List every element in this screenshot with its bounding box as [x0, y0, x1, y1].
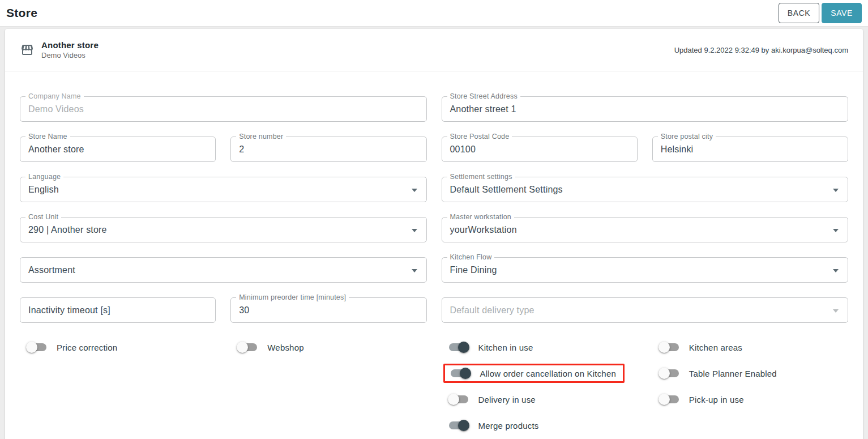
kitchen-areas-toggle-group: Kitchen areas — [652, 342, 848, 353]
chevron-down-icon — [833, 229, 839, 232]
cost-unit-value: 290 | Another store — [28, 225, 107, 235]
inactivity-timeout-placeholder: Inactivity timeout [s] — [28, 305, 110, 316]
webshop-toggle-group: Webshop — [230, 342, 426, 353]
allow-order-cancellation-label: Allow order cancellation on Kitchen — [480, 369, 616, 378]
assortment-select[interactable]: Assortment — [20, 257, 427, 283]
language-label: Language — [25, 173, 63, 181]
pickup-in-use-toggle[interactable] — [660, 394, 681, 405]
chevron-down-icon — [412, 269, 417, 272]
pickup-in-use-toggle-group: Pick-up in use — [652, 394, 848, 405]
chevron-down-icon — [412, 229, 417, 232]
store-name-label: Store Name — [25, 133, 70, 140]
master-workstation-label: Master workstation — [447, 213, 515, 221]
allow-order-cancellation-toggle-group: Allow order cancellation on Kitchen — [443, 364, 625, 383]
merge-products-toggle[interactable] — [449, 420, 470, 431]
store-card-header: Another store Demo Videos Updated 9.2.20… — [5, 29, 863, 71]
store-postal-city-label: Store postal city — [658, 133, 716, 140]
webshop-toggle[interactable] — [238, 342, 259, 353]
store-street-address-value: Another street 1 — [450, 104, 516, 114]
store-postal-code-label: Store Postal Code — [447, 133, 512, 140]
language-value: English — [28, 185, 59, 195]
price-correction-label: Price correction — [57, 343, 117, 352]
default-delivery-type-placeholder: Default delivery type — [450, 305, 535, 316]
assortment-placeholder: Assortment — [28, 265, 75, 275]
kitchen-flow-select[interactable]: Kitchen Flow Fine Dining — [442, 257, 849, 283]
pickup-in-use-label: Pick-up in use — [689, 395, 744, 404]
webshop-label: Webshop — [267, 343, 304, 352]
kitchen-flow-value: Fine Dining — [450, 265, 497, 275]
table-planner-toggle[interactable] — [660, 368, 681, 379]
chevron-down-icon — [412, 189, 417, 192]
master-workstation-value: yourWorkstation — [450, 225, 517, 235]
store-postal-city-field[interactable]: Store postal city Helsinki — [652, 137, 848, 162]
store-postal-code-value: 00100 — [450, 144, 476, 155]
store-name-value: Another store — [28, 144, 84, 155]
cost-unit-label: Cost Unit — [25, 213, 61, 221]
price-correction-toggle[interactable] — [27, 342, 48, 353]
store-street-address-field[interactable]: Store Street Address Another street 1 — [442, 96, 849, 122]
store-street-address-label: Store Street Address — [447, 92, 520, 100]
delivery-in-use-toggle-group: Delivery in use — [442, 394, 638, 405]
store-postal-city-value: Helsinki — [661, 144, 694, 155]
store-name: Another store — [41, 40, 99, 50]
allow-order-cancellation-toggle[interactable] — [451, 368, 472, 379]
store-form: Company Name Demo Videos Store Street Ad… — [5, 71, 863, 323]
default-delivery-type-select: Default delivery type — [442, 297, 849, 323]
table-planner-toggle-group: Table Planner Enabled — [652, 368, 848, 379]
min-preorder-time-field[interactable]: Minimum preorder time [minutes] 30 — [230, 297, 426, 323]
kitchen-areas-label: Kitchen areas — [689, 343, 742, 352]
settlement-settings-select[interactable]: Settlement settings Default Settlement S… — [442, 177, 849, 202]
merge-products-toggle-group: Merge products — [442, 420, 638, 431]
company-name-value: Demo Videos — [28, 104, 84, 114]
back-button[interactable]: BACK — [779, 3, 820, 23]
kitchen-areas-toggle[interactable] — [660, 342, 681, 353]
chevron-down-icon — [833, 189, 839, 192]
store-name-field[interactable]: Store Name Another store — [20, 137, 216, 162]
storefront-icon — [20, 43, 34, 57]
merge-products-label: Merge products — [478, 421, 539, 431]
store-titles: Another store Demo Videos — [41, 40, 99, 59]
kitchen-flow-label: Kitchen Flow — [447, 253, 495, 261]
company-name-field: Company Name Demo Videos — [20, 96, 427, 122]
master-workstation-select[interactable]: Master workstation yourWorkstation — [442, 217, 849, 242]
min-preorder-time-label: Minimum preorder time [minutes] — [236, 293, 349, 301]
topbar: Store BACK SAVE — [0, 0, 868, 27]
min-preorder-time-value: 30 — [239, 305, 249, 316]
topbar-actions: BACK SAVE — [779, 3, 862, 23]
kitchen-in-use-toggle[interactable] — [449, 342, 470, 353]
store-card: Another store Demo Videos Updated 9.2.20… — [5, 29, 863, 439]
company-name-label: Company Name — [25, 92, 84, 100]
store-company: Demo Videos — [41, 51, 99, 59]
cost-unit-select[interactable]: Cost Unit 290 | Another store — [20, 217, 427, 242]
store-postal-code-field[interactable]: Store Postal Code 00100 — [442, 137, 638, 162]
language-select[interactable]: Language English — [20, 177, 427, 202]
settlement-settings-label: Settlement settings — [447, 173, 515, 181]
toggles-section: Price correction Webshop Kitchen in use … — [5, 323, 863, 438]
save-button[interactable]: SAVE — [822, 3, 862, 23]
store-number-field[interactable]: Store number 2 — [230, 137, 426, 162]
price-correction-toggle-group: Price correction — [20, 342, 216, 353]
chevron-down-icon — [833, 269, 839, 272]
inactivity-timeout-field[interactable]: Inactivity timeout [s] — [20, 297, 216, 323]
settlement-settings-value: Default Settlement Settings — [450, 185, 563, 195]
page-title: Store — [6, 6, 37, 20]
table-planner-label: Table Planner Enabled — [689, 369, 777, 378]
kitchen-in-use-label: Kitchen in use — [478, 343, 533, 352]
store-number-label: Store number — [236, 133, 286, 140]
chevron-down-icon — [833, 309, 839, 313]
updated-info: Updated 9.2.2022 9:32:49 by aki.korpua@s… — [674, 46, 848, 54]
store-number-value: 2 — [239, 144, 244, 155]
delivery-in-use-label: Delivery in use — [478, 395, 536, 404]
delivery-in-use-toggle[interactable] — [449, 394, 470, 405]
kitchen-in-use-toggle-group: Kitchen in use — [442, 342, 638, 353]
